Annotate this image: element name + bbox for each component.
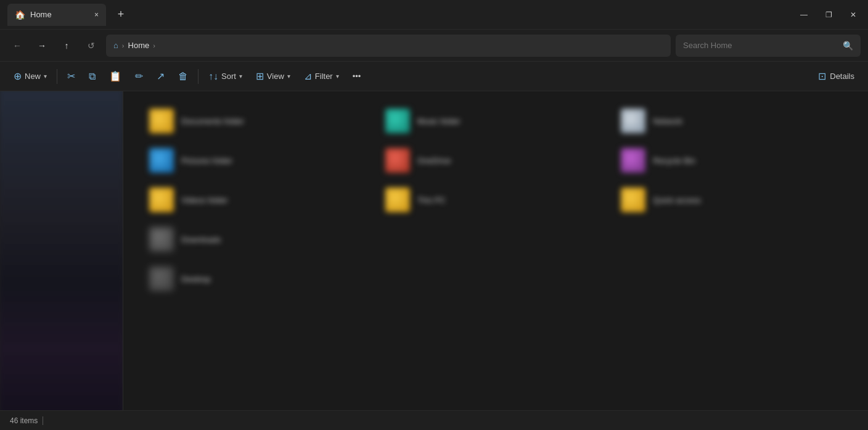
filter-button[interactable]: ⊿ Filter ▾	[298, 65, 345, 88]
rename-button[interactable]: ✏	[129, 65, 149, 88]
delete-button[interactable]: 🗑	[172, 65, 194, 88]
details-button[interactable]: ⊡ Details	[812, 67, 861, 86]
list-item[interactable]: Pictures folder	[142, 143, 378, 178]
search-icon: 🔍	[843, 41, 853, 51]
file-name: Desktop	[181, 275, 268, 284]
file-icon	[149, 188, 174, 212]
status-divider	[43, 416, 43, 425]
filter-icon: ⊿	[304, 70, 312, 82]
file-name: Videos folder	[181, 196, 268, 205]
file-name: Network	[653, 117, 739, 126]
view-arrow-icon: ▾	[287, 73, 290, 80]
sort-icon: ↑↓	[208, 71, 218, 82]
new-arrow-icon: ▾	[44, 73, 47, 80]
window-controls: — ❐ ✕	[796, 7, 861, 22]
file-column-3: Network Recycle Bin Quick access	[613, 104, 850, 296]
file-name: Recycle Bin	[653, 156, 739, 165]
sort-button[interactable]: ↑↓ Sort ▾	[202, 65, 248, 88]
search-box[interactable]: 🔍	[676, 35, 861, 57]
new-button[interactable]: ⊕ New ▾	[7, 65, 53, 88]
list-item[interactable]: OneDrive	[378, 143, 614, 178]
file-name: OneDrive	[417, 156, 504, 165]
file-icon	[621, 188, 645, 212]
share-icon: ↗	[157, 70, 165, 82]
path-separator-1: ›	[122, 42, 125, 49]
maximize-button[interactable]: ❐	[821, 7, 836, 22]
list-item[interactable]: Documents folder	[142, 104, 378, 138]
details-icon: ⊡	[818, 70, 826, 82]
minimize-button[interactable]: —	[796, 7, 811, 22]
path-home-label: Home	[128, 41, 150, 50]
main-area: Documents folder Pictures folder Videos …	[0, 91, 868, 410]
home-path-icon: ⌂	[113, 41, 118, 50]
copy-button[interactable]: ⧉	[83, 65, 102, 88]
home-icon-tab: 🏠	[15, 10, 25, 20]
sidebar-blur	[0, 91, 123, 410]
list-item[interactable]: Videos folder	[142, 183, 378, 217]
file-icon	[385, 148, 410, 173]
sidebar	[0, 91, 123, 410]
file-icon	[149, 227, 174, 252]
path-separator-2: ›	[153, 42, 155, 49]
file-icon	[149, 109, 174, 133]
up-button[interactable]: ↑	[57, 36, 76, 56]
file-icon	[385, 109, 410, 133]
list-item[interactable]: Downloads	[142, 222, 378, 257]
file-name: Quick access	[653, 196, 739, 205]
list-item[interactable]: Network	[613, 104, 850, 138]
file-icon	[149, 148, 174, 173]
title-bar: 🏠 Home × + — ❐ ✕	[0, 0, 868, 30]
filter-label: Filter	[315, 72, 333, 81]
toolbar-divider-1	[57, 69, 57, 84]
more-icon: •••	[353, 72, 361, 81]
more-button[interactable]: •••	[346, 65, 367, 88]
file-name: Pictures folder	[181, 156, 268, 165]
file-icon	[385, 188, 410, 212]
filter-arrow-icon: ▾	[336, 73, 339, 80]
tab-label: Home	[30, 10, 52, 19]
file-icon	[621, 148, 645, 173]
file-icon	[621, 109, 645, 133]
list-item[interactable]: This PC	[378, 183, 614, 217]
file-column-2: Music folder OneDrive This PC	[378, 104, 614, 296]
view-button[interactable]: ⊞ View ▾	[250, 65, 297, 88]
rename-icon: ✏	[135, 70, 143, 82]
items-count: 46 items	[10, 416, 38, 425]
forward-button[interactable]: →	[32, 36, 52, 56]
sort-label: Sort	[221, 72, 236, 81]
tab-home[interactable]: 🏠 Home ×	[7, 4, 106, 26]
file-name: This PC	[417, 196, 504, 205]
tab-close-button[interactable]: ×	[94, 10, 99, 19]
view-icon: ⊞	[256, 70, 264, 82]
new-icon: ⊕	[14, 70, 22, 82]
list-item[interactable]: Quick access	[613, 183, 850, 217]
sort-arrow-icon: ▾	[239, 73, 242, 80]
cut-button[interactable]: ✂	[61, 65, 81, 88]
view-label: View	[267, 72, 284, 81]
list-item[interactable]: Desktop	[142, 262, 378, 296]
paste-button[interactable]: 📋	[103, 65, 128, 88]
share-button[interactable]: ↗	[150, 65, 171, 88]
list-item[interactable]: Recycle Bin	[613, 143, 850, 178]
status-bar: 46 items	[0, 410, 868, 430]
list-item[interactable]: Music folder	[378, 104, 614, 138]
delete-icon: 🗑	[178, 71, 188, 82]
back-button[interactable]: ←	[7, 36, 27, 56]
file-icon	[149, 267, 174, 291]
toolbar-divider-2	[198, 69, 199, 84]
title-bar-left: 🏠 Home × +	[7, 4, 796, 26]
new-label: New	[25, 72, 41, 81]
file-column-1: Documents folder Pictures folder Videos …	[142, 104, 378, 296]
new-tab-button[interactable]: +	[111, 5, 131, 25]
cut-icon: ✂	[67, 70, 75, 82]
details-label: Details	[830, 72, 854, 81]
address-bar: ← → ↑ ↺ ⌂ › Home › 🔍	[0, 30, 868, 62]
close-window-button[interactable]: ✕	[846, 7, 861, 22]
file-grid: Documents folder Pictures folder Videos …	[142, 104, 850, 296]
file-name: Documents folder	[181, 117, 268, 126]
file-name: Downloads	[181, 235, 268, 244]
address-path[interactable]: ⌂ › Home ›	[106, 35, 671, 57]
paste-icon: 📋	[109, 70, 121, 82]
refresh-button[interactable]: ↺	[81, 36, 101, 56]
search-input[interactable]	[683, 41, 838, 50]
